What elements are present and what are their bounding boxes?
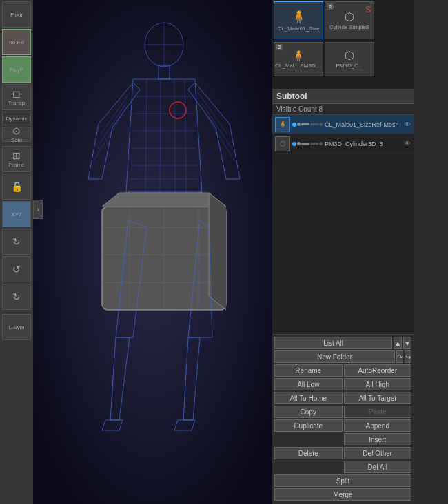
subtool-section: Subtool Visible Count 8 🧍 CL_Male01_Si <box>272 90 414 504</box>
eye-icon-2[interactable]: 👁 <box>404 140 411 147</box>
arrow-up-button[interactable]: ▲ <box>394 337 402 349</box>
lsym-button[interactable]: L.Sym <box>2 314 31 340</box>
btn-row-4: All Low All High <box>274 378 411 390</box>
duplicate-spacer <box>274 433 343 445</box>
cylinder-badge: 2 <box>327 3 334 10</box>
thumb-icon-cylinder: ⬡ <box>345 10 354 23</box>
eye-icon-1[interactable]: 👁 <box>404 120 411 128</box>
merge-button[interactable]: Merge <box>274 488 411 501</box>
thumbnail-section: 🧍 CL_Male01_Size 2 ⬡ S Cylinde SimpleB 2… <box>272 0 414 90</box>
nofill-button[interactable]: no Fill <box>2 29 31 55</box>
ctrl-dot-1 <box>292 123 296 127</box>
btn-row-1: List All ▲ ▼ <box>274 337 411 349</box>
thumb-cl-mal-pm3d[interactable]: 2 🧍 CL_Mal... PM3D_... <box>274 42 323 76</box>
xyz-button[interactable]: XYZ <box>2 201 31 227</box>
del-all-button[interactable]: Del All <box>344 461 412 473</box>
transp-icon: ◻ <box>12 88 21 99</box>
viewport: Floor no Fill PolyF ◻ Transp Dynamic ⊙ S… <box>0 0 272 504</box>
subtool-header: Subtool <box>272 90 414 104</box>
collapse-arrow[interactable]: › <box>33 200 43 219</box>
ctrl-dot-4 <box>310 123 318 125</box>
subtool-title: Subtool <box>276 92 307 101</box>
all-low-button[interactable]: All Low <box>274 378 343 390</box>
append-button[interactable]: Append <box>344 419 412 432</box>
pm3d-c-label: PM3D_C... <box>335 62 363 70</box>
thumb-row-2: 2 🧍 CL_Mal... PM3D_... ⬡ PM3D_C... <box>272 41 414 78</box>
left-toolbar: Floor no Fill PolyF ◻ Transp Dynamic ⊙ S… <box>0 0 33 504</box>
rot3-button[interactable]: ↻ <box>2 284 31 310</box>
viewport-content <box>33 0 272 504</box>
arrow-right-button[interactable]: ↷ <box>396 350 403 363</box>
subtool-count: Visible Count 8 <box>272 104 414 115</box>
subtool-item-pm3d[interactable]: ⬡ PM3D_Cylinder3D_3 👁 <box>272 134 414 154</box>
btn-row-11: Split <box>274 474 411 487</box>
floor-label: Floor <box>10 12 23 18</box>
thumb-icon-s: S <box>365 5 371 14</box>
transp-button[interactable]: ◻ Transp <box>2 84 31 110</box>
dynamic-label: Dynamic <box>2 112 31 125</box>
ctrl-dot-7 <box>297 142 301 145</box>
subtool-item-cl-male[interactable]: 🧍 CL_Male01_SizeRef-Mesh 👁 <box>272 115 414 134</box>
insert-button[interactable]: Insert <box>344 433 412 445</box>
paste-button[interactable]: Paste <box>344 406 412 418</box>
rot2-icon: ↺ <box>12 264 21 275</box>
visible-label: Visible Count <box>276 105 317 113</box>
copy-button[interactable]: Copy <box>274 406 343 418</box>
subtool-list[interactable]: 🧍 CL_Male01_SizeRef-Mesh 👁 ⬡ <box>272 115 414 334</box>
ctrl-dot-8 <box>301 143 309 145</box>
delete-button[interactable]: Delete <box>274 447 343 459</box>
thumb-pm3d-c[interactable]: ⬡ PM3D_C... <box>325 42 374 76</box>
all-to-target-button[interactable]: All To Target <box>344 392 412 404</box>
btn-row-12: Merge <box>274 488 411 501</box>
polyf-label: PolyF <box>10 67 23 73</box>
figure-svg <box>33 0 272 504</box>
subtool-controls-1 <box>292 123 323 127</box>
thumb-cylinder-simple[interactable]: 2 ⬡ S Cylinde SimpleB <box>325 1 374 39</box>
cl-mal-pm3d-label: CL_Mal... PM3D_... <box>274 62 323 70</box>
polyf-button[interactable]: PolyF <box>2 56 31 83</box>
rot3-icon: ↻ <box>12 291 21 302</box>
floor-button[interactable]: Floor <box>2 1 31 28</box>
auto-reorder-button[interactable]: AutoReorder <box>344 364 412 377</box>
subtool-thumb-2: ⬡ <box>275 136 290 151</box>
thumb-icon-cylinder2: ⬡ <box>345 49 354 62</box>
ctrl-dot-2 <box>297 123 301 126</box>
delete-spacer <box>274 461 343 473</box>
subtool-name-2: PM3D_Cylinder3D_3 <box>325 140 402 147</box>
ctrl-dot-9 <box>310 143 318 145</box>
cl-male-size-label: CL_Male01_Size <box>277 25 320 32</box>
ctrl-dot-3 <box>301 123 309 125</box>
lock-button[interactable]: 🔒 <box>2 174 31 200</box>
btn-row-3: Rename AutoReorder <box>274 364 411 377</box>
new-folder-button[interactable]: New Folder <box>274 350 395 363</box>
solo-label: Solo <box>11 137 22 143</box>
arrow-down-button[interactable]: ▼ <box>403 337 411 349</box>
solo-button[interactable]: ⊙ Solo <box>2 127 31 142</box>
btn-row-10: Del All <box>274 461 411 473</box>
list-all-button[interactable]: List All <box>274 337 392 349</box>
visible-count: 8 <box>319 105 323 113</box>
transp-label: Transp <box>8 100 26 106</box>
all-to-home-button[interactable]: All To Home <box>274 392 343 404</box>
rot2-button[interactable]: ↺ <box>2 256 31 282</box>
split-button[interactable]: Split <box>274 474 411 487</box>
nofill-label: no Fill <box>9 39 23 45</box>
thumb-cl-male-size[interactable]: 🧍 CL_Male01_Size <box>274 1 323 39</box>
all-high-button[interactable]: All High <box>344 378 412 390</box>
frame-button[interactable]: ⊞ Frame <box>2 146 31 172</box>
btn-row-8: Insert <box>274 433 411 445</box>
frame-icon: ⊞ <box>12 150 21 161</box>
thumb-icon-human: 🧍 <box>290 8 307 25</box>
arrow-subdown-button[interactable]: ↪ <box>405 350 411 363</box>
rot1-button[interactable]: ↻ <box>2 229 31 255</box>
xyz-label: XYZ <box>11 211 22 218</box>
rename-button[interactable]: Rename <box>274 364 343 377</box>
frame-label: Frame <box>8 162 24 168</box>
lock-icon: 🔒 <box>11 181 23 192</box>
thumb-icon-human2: 🧍 <box>292 49 305 62</box>
ctrl-dot-6 <box>292 142 296 146</box>
duplicate-button[interactable]: Duplicate <box>274 419 343 432</box>
del-other-button[interactable]: Del Other <box>344 447 412 459</box>
thumb-human-icon: 🧍 <box>278 120 287 128</box>
ctrl-dot-10 <box>319 142 323 145</box>
